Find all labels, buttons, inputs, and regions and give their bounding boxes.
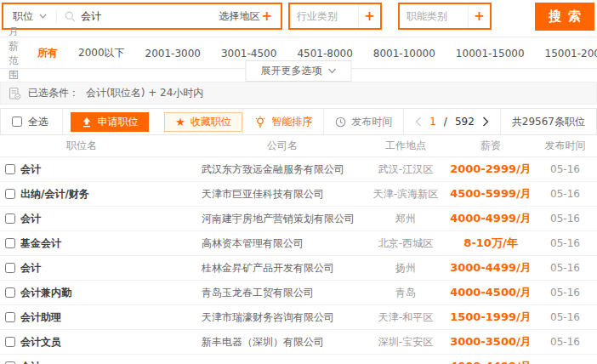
chevron-left-icon (415, 117, 422, 127)
selected-conditions-value: 会计(职位名) + 24小时内 (86, 86, 203, 100)
company-link[interactable]: 武汉东方致远金融服务有限公司 (202, 162, 363, 177)
company-link[interactable]: 天津市瑞濠财务咨询有限公司 (202, 310, 363, 325)
job-title-link[interactable]: 会计助理 (20, 310, 202, 325)
table-row[interactable]: 会计 河南建宇房地产营销策划有限公司 郑州 4000-4999/月 05-16 (0, 207, 597, 231)
selected-conditions-bar: 已选条件： 会计(职位名) + 24小时内 (0, 82, 597, 105)
search-input[interactable]: 会计 (57, 9, 210, 24)
row-checkbox[interactable] (5, 213, 15, 224)
job-location: 扬州 (363, 261, 448, 276)
job-title-link[interactable]: 会计 (20, 261, 202, 276)
row-checkbox[interactable] (5, 164, 15, 174)
job-salary: 1500-1999/月 (448, 310, 533, 325)
total-jobs-label: 共29567条职位 (512, 115, 585, 129)
salary-option[interactable]: 2001-3000 (145, 48, 201, 60)
job-title-link[interactable]: 出纳/会计/财务 (20, 187, 202, 202)
header-date: 发布时间 (533, 139, 597, 153)
industry-category-placeholder: 行业类别 (290, 9, 358, 24)
plus-icon: + (474, 10, 485, 23)
company-link[interactable]: 天津市巨亚佳科技有限公司 (202, 187, 363, 202)
salary-option[interactable]: 所有 (37, 46, 58, 60)
search-category-dropdown[interactable]: 职位 (3, 9, 57, 23)
salary-option[interactable]: 10001-15000 (456, 48, 525, 60)
search-box: 职位 会计 选择地区 + (2, 3, 282, 30)
next-page-button[interactable] (482, 117, 489, 127)
table-row[interactable]: 基金会计 高林资本管理有限公司 北京-西城区 8-10万/年 05-16 (0, 231, 597, 256)
job-salary: 2000-2999/月 (448, 162, 533, 177)
job-salary: 3000-4499/月 (448, 260, 533, 276)
salary-option[interactable]: 2000以下 (78, 46, 125, 60)
salary-option[interactable]: 4501-8000 (297, 48, 352, 60)
toolbar-right-group: 智能排序 发布时间 1 / 592 共29567条职位 (242, 109, 596, 134)
job-title-link[interactable]: 会计文员 (20, 335, 202, 350)
table-row[interactable]: 会计 武汉东方致远金融服务有限公司 武汉-江汉区 2000-2999/月 05-… (0, 157, 597, 182)
job-location: 郑州 (363, 212, 448, 226)
apply-jobs-button[interactable]: 申请职位 (71, 112, 149, 132)
row-checkbox[interactable] (5, 287, 15, 298)
plus-icon: + (364, 10, 375, 23)
select-all-label: 全选 (28, 115, 48, 129)
row-checkbox[interactable] (5, 312, 15, 322)
job-location: 青岛 (363, 286, 448, 300)
company-link[interactable]: 高林资本管理有限公司 (202, 236, 363, 251)
row-checkbox[interactable] (5, 263, 15, 273)
previous-page-button[interactable] (415, 117, 422, 127)
table-row[interactable]: 会计文员 新丰电器（深圳）有限公司 深圳-宝安区 3000-3500/月 05-… (0, 330, 597, 355)
company-link[interactable]: 新丰电器（深圳）有限公司 (202, 335, 363, 350)
job-title-link[interactable]: 会计 (20, 162, 202, 177)
select-region-label: 选择地区 (219, 9, 259, 24)
publish-time-sort-button[interactable]: 发布时间 (323, 109, 403, 134)
row-checkbox[interactable] (5, 238, 15, 248)
function-category-field[interactable]: 职能类别 + (398, 3, 492, 30)
table-row[interactable]: 会计 4000-4499/月 (0, 355, 597, 364)
job-salary: 4000-4999/月 (448, 211, 533, 226)
job-salary: 8-10万/年 (448, 236, 533, 251)
plus-icon: + (261, 10, 272, 23)
job-location: 天津-和平区 (363, 310, 448, 325)
job-title-link[interactable]: 基金会计 (20, 236, 202, 251)
company-link[interactable]: 青岛玉龙春工贸有限公司 (202, 286, 363, 300)
smart-sort-button[interactable]: 智能排序 (242, 109, 323, 134)
search-keyword-value: 会计 (81, 9, 101, 24)
job-title-link[interactable]: 会计 (20, 212, 202, 226)
salary-option[interactable]: 3001-4500 (221, 48, 276, 60)
job-publish-date: 05-16 (533, 188, 597, 200)
header-location: 工作地点 (363, 139, 448, 153)
job-publish-date: 05-16 (533, 213, 597, 225)
lightbulb-icon (254, 116, 266, 128)
publish-time-label: 发布时间 (351, 115, 392, 129)
table-row[interactable]: 会计 桂林金昇矿产品开发有限公司 扬州 3000-4499/月 05-16 (0, 256, 597, 281)
table-row[interactable]: 会计兼内勤 青岛玉龙春工贸有限公司 青岛 4000-4500/月 05-16 (0, 281, 597, 305)
job-publish-date: 05-16 (533, 262, 597, 274)
page-separator: / (444, 116, 447, 128)
company-link[interactable]: 河南建宇房地产营销策划有限公司 (202, 212, 363, 226)
header-job-title: 职位名 (20, 139, 202, 153)
search-category-label: 职位 (13, 9, 33, 24)
search-submit-button[interactable]: 搜索 (535, 3, 594, 31)
job-publish-date: 05-16 (533, 336, 597, 348)
row-checkbox[interactable] (5, 189, 15, 199)
search-bar: 职位 会计 选择地区 + 行业类别 + 职能类别 + 搜索 (0, 0, 597, 31)
salary-filter-panel: 月薪范围 所有 2000以下 2001-3000 3001-4500 4501-… (0, 37, 597, 69)
favorite-jobs-label: 收藏职位 (190, 115, 231, 129)
select-region-button[interactable]: 选择地区 + (210, 9, 281, 24)
favorite-jobs-button[interactable]: ★ 收藏职位 (164, 112, 242, 132)
expand-more-options-button[interactable]: 展开更多选项 (246, 60, 352, 82)
job-title-link[interactable]: 会计 (20, 360, 202, 364)
job-location: 天津-滨海新区 (363, 187, 448, 202)
salary-option[interactable]: 8001-10000 (373, 48, 435, 60)
current-page: 1 (429, 116, 436, 128)
apply-upload-icon (82, 117, 92, 128)
select-all-control[interactable]: 全选 (1, 115, 62, 129)
salary-option[interactable]: 15001-20000 (545, 48, 597, 60)
table-row[interactable]: 会计助理 天津市瑞濠财务咨询有限公司 天津-和平区 1500-1999/月 05… (0, 305, 597, 330)
job-location: 深圳-宝安区 (363, 335, 448, 350)
chevron-down-icon (39, 14, 47, 19)
select-all-checkbox[interactable] (12, 117, 22, 127)
company-link[interactable]: 桂林金昇矿产品开发有限公司 (202, 261, 363, 276)
apply-jobs-label: 申请职位 (98, 115, 139, 129)
table-row[interactable]: 出纳/会计/财务 天津市巨亚佳科技有限公司 天津-滨海新区 4500-5999/… (0, 182, 597, 207)
industry-category-field[interactable]: 行业类别 + (288, 3, 382, 30)
row-checkbox[interactable] (5, 337, 15, 347)
job-title-link[interactable]: 会计兼内勤 (20, 286, 202, 300)
job-salary: 4000-4500/月 (448, 285, 533, 300)
